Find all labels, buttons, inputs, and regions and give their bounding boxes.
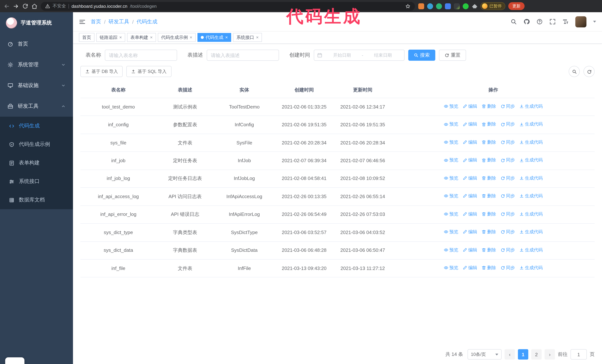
close-icon[interactable]: × [256,35,258,40]
extension-icon[interactable] [418,3,424,9]
prev-page-button[interactable]: ‹ [505,349,515,360]
table-name-input[interactable] [105,50,177,61]
sync-link[interactable]: 同步 [501,246,515,253]
sidebar-item-home[interactable]: 首页 [0,34,73,54]
generate-link[interactable]: 生成代码 [519,139,543,146]
generate-link[interactable]: 生成代码 [519,193,543,199]
sidebar-item-system-api[interactable]: 系统接口 [0,172,73,191]
breadcrumb-devtools[interactable]: 研发工具 [108,18,129,25]
delete-link[interactable]: 删除 [482,210,496,217]
date-range-picker[interactable]: 开始日期 - 结束日期 [314,50,405,61]
extensions-puzzle-icon[interactable] [472,3,478,9]
edit-link[interactable]: 编辑 [463,246,477,253]
generate-link[interactable]: 生成代码 [519,175,543,182]
reset-button[interactable]: 重置 [439,50,466,61]
generate-link[interactable]: 生成代码 [519,229,543,235]
generate-link[interactable]: 生成代码 [519,121,543,128]
sync-link[interactable]: 同步 [501,139,515,146]
edit-link[interactable]: 编辑 [463,139,477,146]
edit-link[interactable]: 编辑 [463,210,477,217]
sync-link[interactable]: 同步 [501,264,515,271]
back-icon[interactable] [4,3,10,9]
tab-tracing[interactable]: 链路追踪× [96,33,125,42]
collapse-sidebar-icon[interactable] [79,18,86,25]
import-db-button[interactable]: 基于 DB 导入 [80,66,123,77]
close-icon[interactable]: × [225,35,228,40]
sync-link[interactable]: 同步 [501,157,515,164]
import-sql-button[interactable]: 基于 SQL 导入 [127,66,171,77]
sidebar-item-devtools[interactable]: 研发工具 [0,96,73,117]
preview-link[interactable]: 预览 [444,175,458,182]
generate-link[interactable]: 生成代码 [519,157,543,164]
address-bar[interactable]: 不安全 dashboard.yudao.iocoder.cn/tool/code… [41,2,415,10]
tab-codegen[interactable]: 代码生成× [197,33,231,42]
delete-link[interactable]: 删除 [482,264,496,271]
extension-icon[interactable] [463,3,469,9]
edit-link[interactable]: 编辑 [463,175,477,182]
generate-link[interactable]: 生成代码 [519,264,543,271]
tab-form-builder[interactable]: 表单构建× [127,33,156,42]
refresh-table-button[interactable] [583,66,595,77]
goto-page-input[interactable] [570,349,587,360]
bookmark-star-icon[interactable] [405,3,410,9]
help-icon[interactable] [537,19,543,25]
extension-icon[interactable] [454,3,460,9]
close-icon[interactable]: × [119,35,122,40]
preview-link[interactable]: 预览 [444,157,458,164]
generate-link[interactable]: 生成代码 [519,103,543,110]
reload-icon[interactable] [22,3,28,9]
edit-link[interactable]: 编辑 [463,229,477,235]
sync-link[interactable]: 同步 [501,193,515,199]
browser-update-button[interactable]: 更新 [508,2,525,10]
preview-link[interactable]: 预览 [444,210,458,217]
tab-system-api[interactable]: 系统接口× [233,33,262,42]
sidebar-item-form-builder[interactable]: 表单构建 [0,154,73,172]
app-logo[interactable]: 芋道管理系统 [0,12,73,34]
github-icon[interactable] [524,19,530,25]
forward-icon[interactable] [13,3,19,9]
page-button-2[interactable]: 2 [531,349,542,360]
delete-link[interactable]: 删除 [482,157,496,164]
preview-link[interactable]: 预览 [444,103,458,110]
font-size-icon[interactable] [562,19,569,25]
breadcrumb-home[interactable]: 首页 [91,18,101,25]
preview-link[interactable]: 预览 [444,121,458,128]
delete-link[interactable]: 删除 [482,175,496,182]
page-size-select[interactable]: 10条/页 [468,349,502,360]
extension-icon[interactable] [436,3,442,9]
search-button[interactable]: 搜索 [408,50,435,61]
delete-link[interactable]: 删除 [482,139,496,146]
tab-home[interactable]: 首页 [79,33,95,42]
generate-link[interactable]: 生成代码 [519,210,543,217]
delete-link[interactable]: 删除 [482,246,496,253]
close-icon[interactable]: × [190,35,192,40]
preview-link[interactable]: 预览 [444,246,458,253]
delete-link[interactable]: 删除 [482,229,496,235]
next-page-button[interactable]: › [545,349,555,360]
preview-link[interactable]: 预览 [444,193,458,199]
user-avatar[interactable] [575,16,586,27]
toggle-search-button[interactable] [569,66,580,77]
tab-codegen-example[interactable]: 代码生成示例× [158,33,196,42]
profile-paused-chip[interactable]: 已暂停 [481,2,505,10]
edit-link[interactable]: 编辑 [463,103,477,110]
search-icon[interactable] [510,19,517,25]
fullscreen-icon[interactable] [549,19,556,25]
delete-link[interactable]: 删除 [482,193,496,199]
page-button-1[interactable]: 1 [518,349,528,360]
sidebar-item-db-doc[interactable]: 数据库文档 [0,191,73,209]
preview-link[interactable]: 预览 [444,229,458,235]
security-label[interactable]: 不安全 [53,3,66,9]
close-icon[interactable]: × [150,35,153,40]
delete-link[interactable]: 删除 [482,103,496,110]
preview-link[interactable]: 预览 [444,264,458,271]
home-icon[interactable] [32,3,37,9]
edit-link[interactable]: 编辑 [463,157,477,164]
generate-link[interactable]: 生成代码 [519,246,543,253]
table-desc-input[interactable] [207,50,279,61]
sidebar-item-codegen[interactable]: 代码生成 [0,117,73,135]
sync-link[interactable]: 同步 [501,121,515,128]
sidebar-item-infra[interactable]: 基础设施 [0,75,73,96]
preview-link[interactable]: 预览 [444,139,458,146]
sync-link[interactable]: 同步 [501,229,515,235]
